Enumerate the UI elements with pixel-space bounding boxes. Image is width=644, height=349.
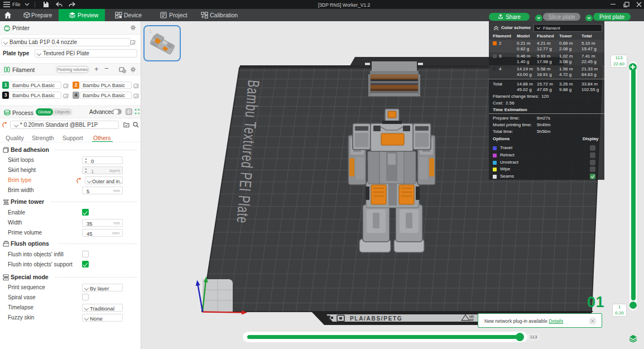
svg-text:PLA/ABS/PETG: PLA/ABS/PETG	[350, 315, 402, 322]
svg-text:SD: SD	[469, 318, 474, 322]
